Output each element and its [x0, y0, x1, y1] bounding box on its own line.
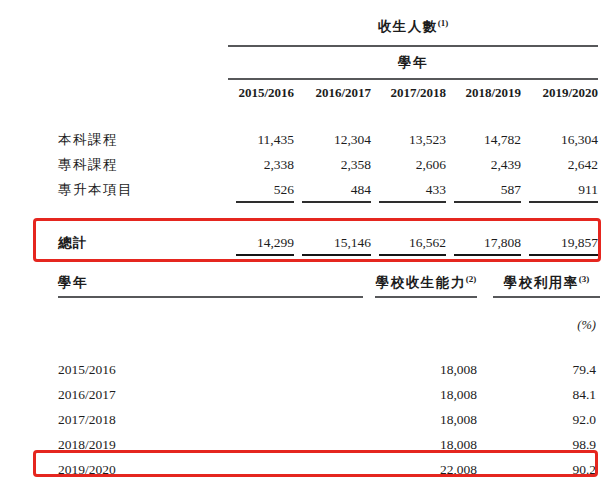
enrollment-value: 911 — [529, 181, 598, 203]
enrollment-value: 13,523 — [371, 131, 446, 156]
row-label-upgrade-program: 專升本項目 — [58, 181, 228, 206]
enrollment-value: 12,304 — [294, 131, 371, 156]
capacity-table: 學年 學校收生能力(2) 學校利用率(3) (%) 2015/2016 18,0… — [58, 274, 598, 479]
row-label-undergraduate: 本科課程 — [58, 131, 228, 156]
utilization-value: 92.0 — [493, 411, 600, 436]
enrollment-value: 14,782 — [446, 131, 521, 156]
utilization-column-header: 學校利用率(3) — [493, 274, 600, 298]
enrollment-value: 587 — [454, 181, 521, 203]
document-page: 收生人數(1) 學年 2015/2016 2016/2017 2017/2018… — [0, 0, 610, 479]
year-cell: 2015/2016 — [58, 361, 363, 386]
enrollment-value: 16,304 — [521, 131, 598, 156]
enrollment-value: 433 — [379, 181, 446, 203]
footnote-ref-3: (3) — [579, 274, 590, 284]
utilization-column-header-text: 學校利用率 — [504, 275, 579, 290]
highlight-box-enrollment-total — [33, 218, 601, 262]
enrollment-value: 2,338 — [228, 156, 294, 181]
year-column-header: 2015/2016 — [228, 80, 294, 105]
enrollment-value: 2,439 — [446, 156, 521, 181]
spacer — [58, 105, 598, 131]
school-year-subheader: 學年 — [228, 47, 598, 80]
utilization-value: 79.4 — [493, 361, 600, 386]
capacity-value: 18,008 — [375, 386, 477, 411]
footnote-ref-2: (2) — [466, 274, 477, 284]
capacity-column-header: 學校收生能力(2) — [375, 274, 477, 298]
percent-unit-label: (%) — [493, 298, 600, 334]
enrollment-value: 2,606 — [371, 156, 446, 181]
enrollment-value: 11,435 — [228, 131, 294, 156]
year-column-header: 2017/2018 — [371, 80, 446, 105]
year-cell: 2016/2017 — [58, 386, 363, 411]
year-column-header: 2018/2019 — [446, 80, 521, 105]
highlight-box-2019-2020-row — [33, 450, 598, 477]
year-column-header: 2019/2020 — [521, 80, 598, 105]
enrollment-table-title-text: 收生人數 — [378, 19, 438, 34]
year-column-header: 2016/2017 — [294, 80, 371, 105]
enrollment-value: 2,358 — [294, 156, 371, 181]
enrollment-table-title: 收生人數(1) — [228, 16, 598, 47]
capacity-column-header-text: 學校收生能力 — [376, 275, 466, 290]
enrollment-value: 2,642 — [521, 156, 598, 181]
spacer-cell — [58, 80, 228, 105]
footnote-ref-1: (1) — [438, 18, 449, 28]
year-column-label: 學年 — [58, 274, 363, 298]
capacity-value: 18,008 — [375, 411, 477, 436]
row-label-junior-college: 專科課程 — [58, 156, 228, 181]
spacer-cell — [477, 274, 493, 298]
enrollment-value: 526 — [236, 181, 294, 203]
year-cell: 2017/2018 — [58, 411, 363, 436]
spacer-cell — [363, 274, 375, 298]
enrollment-value: 484 — [302, 181, 371, 203]
utilization-value: 84.1 — [493, 386, 600, 411]
capacity-value: 18,008 — [375, 361, 477, 386]
spacer — [58, 334, 600, 361]
